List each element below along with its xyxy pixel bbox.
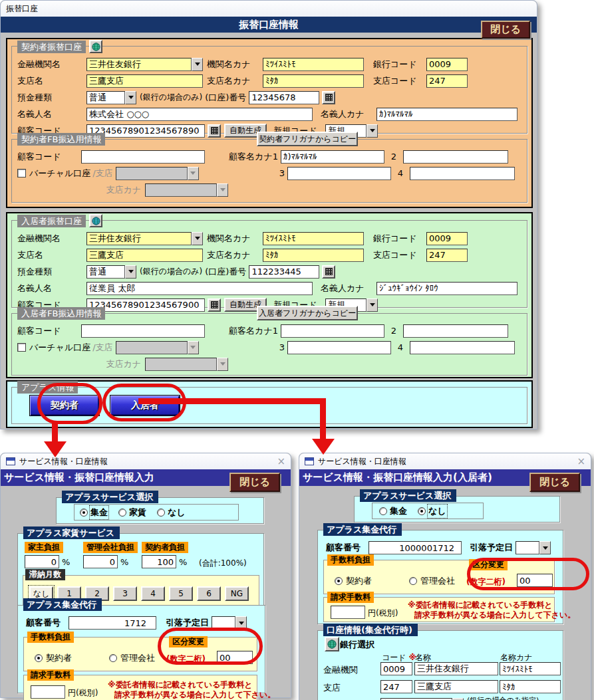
- contractor-account-number-input[interactable]: [249, 91, 319, 104]
- customer-code-pad-button[interactable]: [208, 298, 221, 312]
- branch-name-input[interactable]: [414, 680, 498, 693]
- service-option-collection[interactable]: 集金: [80, 507, 108, 519]
- delinquency-button-4[interactable]: 4: [141, 586, 165, 601]
- copy-from-contractor-kana-button[interactable]: 契約者フリガナからコピー: [257, 132, 358, 146]
- tenant-deposit-input[interactable]: [86, 265, 125, 279]
- fee-option-management[interactable]: 管理会社: [109, 652, 155, 664]
- contractor-burden-input[interactable]: [142, 555, 176, 568]
- debit-date-combo[interactable]: [516, 541, 551, 554]
- fee-option-contractor[interactable]: 契約者: [335, 575, 372, 587]
- debit-date-input[interactable]: [212, 616, 235, 630]
- owner-burden-input[interactable]: [25, 555, 59, 568]
- dropdown-button[interactable]: [367, 298, 378, 312]
- bank-code-input[interactable]: [380, 662, 412, 675]
- radio-icon[interactable]: [35, 654, 43, 662]
- tenant-fb-kana1-input[interactable]: [281, 324, 384, 338]
- tenant-branch-code-input[interactable]: [426, 249, 468, 262]
- tenant-bank-combo[interactable]: [86, 232, 203, 245]
- dropdown-button[interactable]: [125, 91, 136, 104]
- contractor-branch-code-input[interactable]: [426, 74, 468, 88]
- radio-icon[interactable]: [157, 509, 165, 517]
- close-button[interactable]: 閉じる: [529, 473, 580, 492]
- contractor-deposit-input[interactable]: [86, 91, 125, 104]
- radio-icon[interactable]: [335, 577, 343, 585]
- dropdown-button[interactable]: [539, 541, 551, 554]
- radio-icon[interactable]: [418, 507, 426, 515]
- copy-from-tenant-kana-button[interactable]: 入居者フリガナからコピー: [257, 306, 358, 320]
- delinquency-button-5[interactable]: 5: [169, 586, 193, 601]
- bank-search-button[interactable]: [89, 214, 102, 227]
- category-change-input[interactable]: [517, 574, 553, 587]
- tenant-bank-code-input[interactable]: [426, 232, 468, 245]
- radio-icon[interactable]: [80, 509, 88, 517]
- tenant-branch-input[interactable]: [86, 249, 203, 262]
- bank-name-input[interactable]: [414, 662, 498, 675]
- branch-kana-input[interactable]: [500, 680, 561, 693]
- branch-code-input[interactable]: [380, 680, 412, 693]
- virtual-account-checkbox[interactable]: [17, 169, 26, 177]
- tenant-holder-input[interactable]: [86, 282, 313, 295]
- debit-date-combo[interactable]: [212, 616, 247, 630]
- service-option-none[interactable]: なし: [157, 507, 186, 519]
- service-option-rent[interactable]: 家賃: [118, 507, 146, 519]
- tenant-account-number-input[interactable]: [249, 265, 319, 279]
- virtual-account-checkbox[interactable]: [17, 343, 26, 352]
- contractor-bank-kana-input[interactable]: [263, 58, 364, 71]
- customer-number-input[interactable]: [69, 616, 156, 630]
- radio-icon[interactable]: [409, 577, 417, 585]
- tenant-bank-input[interactable]: [86, 232, 192, 245]
- customer-code-pad-button[interactable]: [208, 124, 221, 138]
- dropdown-button[interactable]: [192, 232, 203, 245]
- close-button[interactable]: 閉じる: [229, 473, 280, 492]
- contractor-fb-kana2-input[interactable]: [403, 150, 508, 164]
- delinquency-button-3[interactable]: 3: [113, 586, 137, 601]
- account-number-pad-button[interactable]: [322, 265, 335, 279]
- tenant-fb-kana2-input[interactable]: [403, 324, 508, 338]
- service-option-collection[interactable]: 集金: [379, 505, 407, 517]
- dropdown-button[interactable]: [367, 124, 378, 138]
- dropdown-button[interactable]: [125, 265, 136, 279]
- contractor-bank-combo[interactable]: [86, 58, 203, 71]
- contractor-holder-input[interactable]: [86, 108, 313, 121]
- tenant-fb-customer-code-input[interactable]: [81, 324, 205, 338]
- close-x-icon[interactable]: ×: [577, 457, 585, 467]
- radio-icon[interactable]: [109, 654, 117, 662]
- delinquency-button-ng[interactable]: NG: [225, 586, 249, 601]
- contractor-holder-kana-input[interactable]: [376, 108, 518, 121]
- contractor-branch-kana-input[interactable]: [263, 74, 364, 88]
- contractor-fb-customer-code-input[interactable]: [81, 150, 205, 164]
- tenant-fb-kana3-input[interactable]: [287, 341, 391, 354]
- radio-icon[interactable]: [118, 509, 126, 517]
- billing-fee-input[interactable]: [31, 685, 65, 699]
- contractor-bank-code-input[interactable]: [426, 58, 468, 71]
- tenant-bank-kana-input[interactable]: [263, 232, 364, 245]
- bank-select-button[interactable]: [325, 637, 339, 651]
- contractor-deposit-combo[interactable]: [86, 91, 136, 104]
- fee-option-management[interactable]: 管理会社: [409, 575, 455, 587]
- fee-option-contractor[interactable]: 契約者: [35, 652, 72, 664]
- tenant-holder-kana-input[interactable]: [376, 282, 518, 295]
- bank-kana-input[interactable]: [500, 662, 561, 675]
- bank-search-button[interactable]: [89, 40, 102, 53]
- delinquency-button-6[interactable]: 6: [197, 586, 221, 601]
- contractor-fb-kana1-input[interactable]: [281, 150, 384, 164]
- tenant-branch-kana-input[interactable]: [263, 249, 364, 262]
- contractor-fb-kana4-input[interactable]: [410, 167, 515, 180]
- debit-date-input[interactable]: [516, 541, 539, 554]
- dropdown-button[interactable]: [235, 616, 247, 630]
- contractor-branch-input[interactable]: [86, 74, 203, 88]
- category-change-input[interactable]: [217, 651, 253, 664]
- close-x-icon[interactable]: ×: [277, 457, 285, 467]
- tenant-fb-kana4-input[interactable]: [410, 341, 515, 354]
- aplus-contractor-button[interactable]: 契約者: [29, 395, 100, 416]
- service-option-none[interactable]: なし: [418, 505, 446, 517]
- aplus-tenant-button[interactable]: 入居者: [110, 395, 180, 416]
- radio-icon[interactable]: [379, 507, 387, 515]
- contractor-fb-kana3-input[interactable]: [287, 167, 391, 180]
- tenant-deposit-combo[interactable]: [86, 265, 136, 279]
- account-number-pad-button[interactable]: [322, 91, 335, 104]
- mgmt-burden-input[interactable]: [83, 555, 118, 568]
- customer-number-input[interactable]: [369, 541, 462, 554]
- contractor-bank-input[interactable]: [86, 58, 192, 71]
- billing-fee-input[interactable]: [331, 606, 365, 619]
